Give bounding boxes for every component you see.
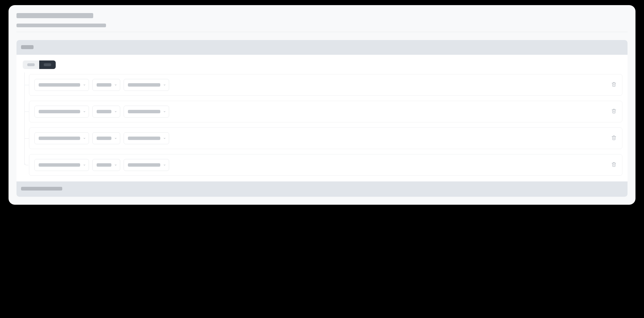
trash-icon — [611, 162, 616, 168]
rule-row — [29, 127, 622, 149]
rule-row-container — [29, 101, 622, 122]
chevron-down-icon — [114, 83, 117, 86]
chevron-down-icon — [163, 83, 166, 86]
trash-icon — [611, 135, 616, 141]
rule-value-select[interactable] — [124, 159, 169, 171]
rule-field-select[interactable] — [34, 132, 89, 144]
delete-rule-button[interactable] — [611, 135, 617, 141]
chevron-down-icon — [114, 110, 117, 113]
rules-card — [16, 40, 628, 197]
rule-row-container — [29, 154, 622, 176]
tree-guide-horizontal — [24, 138, 29, 139]
logic-toggle-option-1[interactable] — [39, 60, 56, 69]
logic-toggle — [23, 60, 56, 69]
rule-value-select[interactable] — [124, 106, 169, 118]
chevron-down-icon — [114, 137, 117, 140]
trash-icon — [611, 82, 616, 88]
card-footer-label — [21, 187, 62, 191]
page-subtitle — [16, 24, 106, 27]
rule-operator-select[interactable] — [92, 106, 120, 118]
tree-guide-horizontal — [24, 85, 29, 85]
delete-rule-button[interactable] — [611, 82, 617, 88]
card-header — [16, 40, 628, 55]
chevron-down-icon — [83, 164, 86, 166]
rules-list — [22, 74, 622, 176]
chevron-down-icon — [114, 164, 117, 166]
rule-operator-select[interactable] — [92, 159, 120, 171]
chevron-down-icon — [83, 83, 86, 86]
rule-operator-select[interactable] — [92, 132, 120, 144]
main-panel — [9, 5, 635, 205]
rule-row-container — [29, 127, 622, 149]
rule-value-select[interactable] — [124, 132, 169, 144]
page-header — [16, 13, 628, 32]
page-title — [16, 13, 93, 18]
chevron-down-icon — [163, 164, 166, 166]
chevron-down-icon — [163, 110, 166, 113]
card-body — [16, 55, 628, 181]
rule-row — [29, 74, 622, 96]
tree-guide-vertical — [24, 72, 25, 165]
rule-field-select[interactable] — [34, 159, 89, 171]
rule-row — [29, 101, 622, 122]
rule-field-select[interactable] — [34, 79, 89, 91]
rule-value-select[interactable] — [124, 79, 169, 91]
delete-rule-button[interactable] — [611, 162, 617, 168]
card-header-label — [21, 45, 34, 49]
rule-row — [29, 154, 622, 176]
rule-field-select[interactable] — [34, 106, 89, 118]
rule-operator-select[interactable] — [92, 79, 120, 91]
delete-rule-button[interactable] — [611, 108, 617, 115]
card-footer — [16, 181, 628, 197]
tree-guide-elbow — [24, 161, 28, 165]
logic-toggle-option-0[interactable] — [23, 60, 39, 69]
chevron-down-icon — [163, 137, 166, 140]
chevron-down-icon — [83, 137, 86, 140]
chevron-down-icon — [83, 110, 86, 113]
trash-icon — [611, 108, 616, 115]
tree-guide-horizontal — [24, 112, 29, 112]
rule-row-container — [29, 74, 622, 96]
